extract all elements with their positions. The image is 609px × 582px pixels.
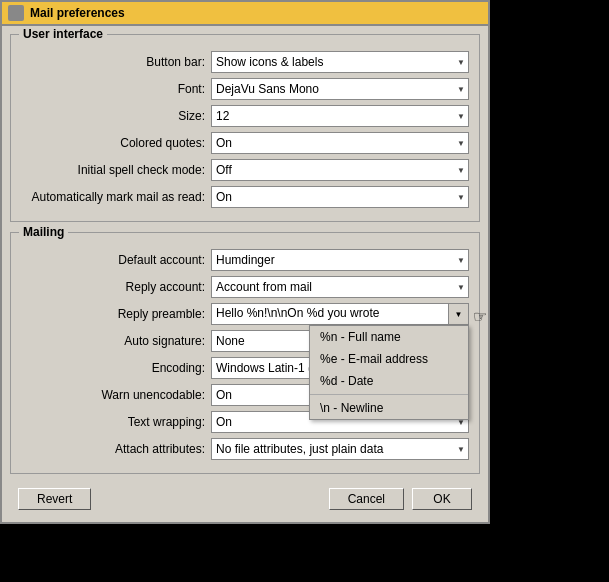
attach-attributes-select[interactable]: No file attributes, just plain data [211,438,469,460]
size-label: Size: [21,109,211,123]
size-select-wrapper: 12 [211,105,469,127]
user-interface-section: User interface Button bar: Show icons & … [10,34,480,222]
reply-account-row: Reply account: Account from mail [21,276,469,298]
font-control: DejaVu Sans Mono [211,78,469,100]
auto-mark-control: On [211,186,469,208]
reply-preamble-input[interactable]: Hello %n!\n\nOn %d you wrote [211,303,449,325]
user-interface-legend: User interface [19,27,107,41]
default-account-row: Default account: Humdinger [21,249,469,271]
preamble-full-name-item[interactable]: %n - Full name [310,326,468,348]
reply-preamble-dropdown-button[interactable]: ▼ [449,303,469,325]
button-bar-select-wrapper: Show icons & labels [211,51,469,73]
reply-account-label: Reply account: [21,280,211,294]
attach-attributes-select-wrapper: No file attributes, just plain data [211,438,469,460]
button-bar-control: Show icons & labels [211,51,469,73]
auto-mark-row: Automatically mark mail as read: On [21,186,469,208]
spell-check-select-wrapper: Off [211,159,469,181]
cursor-icon: ☞ [473,307,487,326]
attach-attributes-row: Attach attributes: No file attributes, j… [21,438,469,460]
colored-quotes-select-wrapper: On [211,132,469,154]
button-row: Revert Cancel OK [10,484,480,514]
preamble-newline-item[interactable]: \n - Newline [310,397,468,419]
font-select-wrapper: DejaVu Sans Mono [211,78,469,100]
preamble-divider [310,394,468,395]
button-bar-label: Button bar: [21,55,211,69]
preamble-date-item[interactable]: %d - Date [310,370,468,392]
auto-mark-label: Automatically mark mail as read: [21,190,211,204]
button-bar-row: Button bar: Show icons & labels [21,51,469,73]
preamble-email-item[interactable]: %e - E-mail address [310,348,468,370]
size-row: Size: 12 [21,105,469,127]
size-control: 12 [211,105,469,127]
default-account-control: Humdinger [211,249,469,271]
warn-unencodable-label: Warn unencodable: [21,388,211,402]
revert-button[interactable]: Revert [18,488,91,510]
main-window: Mail preferences User interface Button b… [0,0,490,524]
spell-check-select[interactable]: Off [211,159,469,181]
default-account-label: Default account: [21,253,211,267]
auto-mark-select[interactable]: On [211,186,469,208]
reply-preamble-label: Reply preamble: [21,307,211,321]
window-title: Mail preferences [30,6,125,20]
auto-signature-label: Auto signature: [21,334,211,348]
spell-check-label: Initial spell check mode: [21,163,211,177]
default-account-select[interactable]: Humdinger [211,249,469,271]
cancel-button[interactable]: Cancel [329,488,404,510]
spell-check-row: Initial spell check mode: Off [21,159,469,181]
font-select[interactable]: DejaVu Sans Mono [211,78,469,100]
attach-attributes-control: No file attributes, just plain data [211,438,469,460]
preamble-popup: %n - Full name %e - E-mail address %d - … [309,325,469,420]
colored-quotes-select[interactable]: On [211,132,469,154]
default-account-select-wrapper: Humdinger [211,249,469,271]
reply-account-control: Account from mail [211,276,469,298]
spell-check-control: Off [211,159,469,181]
attach-attributes-label: Attach attributes: [21,442,211,456]
auto-mark-select-wrapper: On [211,186,469,208]
window-body: User interface Button bar: Show icons & … [2,26,488,522]
text-wrapping-label: Text wrapping: [21,415,211,429]
mailing-section: Mailing Default account: Humdinger Reply… [10,232,480,474]
font-row: Font: DejaVu Sans Mono [21,78,469,100]
colored-quotes-label: Colored quotes: [21,136,211,150]
titlebar: Mail preferences [2,2,488,26]
button-bar-select[interactable]: Show icons & labels [211,51,469,73]
colored-quotes-row: Colored quotes: On [21,132,469,154]
font-label: Font: [21,82,211,96]
reply-account-select-wrapper: Account from mail [211,276,469,298]
reply-preamble-row: Reply preamble: Hello %n!\n\nOn %d you w… [21,303,469,325]
reply-preamble-control: Hello %n!\n\nOn %d you wrote ▼ %n - Full… [211,303,469,325]
reply-account-select[interactable]: Account from mail [211,276,469,298]
size-select[interactable]: 12 [211,105,469,127]
ok-button[interactable]: OK [412,488,472,510]
encoding-label: Encoding: [21,361,211,375]
window-icon [8,5,24,21]
mailing-legend: Mailing [19,225,68,239]
colored-quotes-control: On [211,132,469,154]
